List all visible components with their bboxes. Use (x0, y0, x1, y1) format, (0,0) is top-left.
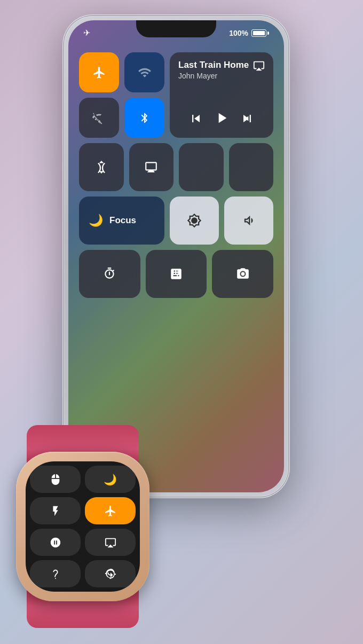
focus-label: Focus (109, 215, 136, 226)
music-top: Last Train Home John Mayer (178, 60, 265, 80)
watch-case: 🌙 (16, 452, 149, 601)
timer-tile[interactable] (79, 250, 140, 298)
empty-tile-2[interactable] (229, 143, 274, 191)
cc-row-2 (79, 143, 273, 191)
brightness-icon (187, 213, 202, 228)
watch-haptics-btn[interactable] (85, 560, 136, 587)
airplay-svg (253, 60, 265, 72)
timer-icon (102, 267, 116, 281)
calculator-tile[interactable] (146, 250, 207, 298)
volume-icon (241, 213, 256, 228)
bluetooth-tile[interactable] (124, 98, 164, 138)
watch-hearing-btn[interactable] (30, 560, 81, 587)
watch-moon-btn[interactable]: 🌙 (85, 466, 136, 493)
watch-control-center: 🌙 (30, 466, 136, 587)
status-left: ✈ (83, 28, 90, 38)
airplane-icon (92, 66, 106, 80)
airplane-mode-tile[interactable] (79, 52, 119, 92)
forward-icon (240, 111, 255, 126)
cellular-icon (138, 66, 152, 80)
battery-percent-label: 100% (229, 29, 248, 37)
water-icon (50, 537, 61, 548)
scene: ✈ 100% (0, 0, 363, 644)
airplay-icon (105, 537, 116, 548)
battery-icon (251, 29, 269, 37)
hearing-icon (50, 568, 61, 580)
iphone-device: ✈ 100% (64, 16, 288, 497)
battery-tip (267, 32, 269, 35)
control-center: Last Train Home John Mayer (79, 52, 273, 471)
wifi-off-icon (92, 111, 106, 125)
camera-icon (236, 267, 250, 281)
camera-tile[interactable] (212, 250, 273, 298)
music-info: Last Train Home John Mayer (178, 60, 249, 80)
cc-row-4 (79, 250, 273, 298)
cc-row-1: Last Train Home John Mayer (79, 52, 273, 138)
rotation-lock-icon (94, 160, 108, 174)
iphone-notch (136, 20, 216, 37)
screen-mirror-tile[interactable] (129, 143, 174, 191)
watch-screen: 🌙 (26, 461, 140, 592)
wifi-tile[interactable] (79, 98, 119, 138)
moon-icon: 🌙 (89, 214, 103, 227)
watch-water-btn[interactable] (30, 529, 81, 556)
music-controls (178, 109, 265, 130)
haptics-icon (104, 568, 117, 580)
music-player-tile[interactable]: Last Train Home John Mayer (170, 52, 273, 138)
battery-body (251, 29, 266, 37)
airplane-icon (104, 505, 117, 517)
music-title: Last Train Home (178, 60, 249, 70)
watch-airplay-btn[interactable] (85, 529, 136, 556)
rewind-button[interactable] (188, 111, 203, 129)
volume-tile[interactable] (224, 197, 273, 245)
bluetooth-icon (139, 112, 151, 124)
watch-flashlight-btn[interactable] (30, 497, 81, 524)
cellular-tile[interactable] (124, 52, 164, 92)
battery-fill (253, 31, 265, 35)
empty-tile-1[interactable] (179, 143, 224, 191)
apple-watch-device: 🌙 (11, 441, 155, 612)
play-icon (213, 109, 230, 127)
focus-tile[interactable]: 🌙 Focus (79, 197, 164, 245)
watch-airplane-btn[interactable] (85, 497, 136, 524)
connectivity-grid (79, 52, 164, 138)
play-button[interactable] (213, 109, 230, 130)
iphone-screen: ✈ 100% (68, 20, 284, 492)
svg-point-1 (55, 578, 56, 579)
walkie-talkie-icon (50, 474, 61, 485)
svg-point-0 (241, 272, 244, 276)
airplay-icon[interactable] (253, 60, 265, 74)
forward-button[interactable] (240, 111, 255, 129)
screen-mirror-icon (144, 160, 158, 174)
music-artist: John Mayer (178, 72, 249, 80)
flashlight-icon (50, 505, 61, 517)
brightness-tile[interactable] (170, 197, 219, 245)
rewind-icon (188, 111, 203, 126)
cc-row-3: 🌙 Focus (79, 197, 273, 245)
moon-icon: 🌙 (104, 473, 117, 486)
status-right: 100% (229, 29, 269, 37)
rotation-lock-tile[interactable] (79, 143, 124, 191)
watch-walkie-talkie-btn[interactable] (30, 466, 81, 493)
status-airplane-icon: ✈ (83, 28, 90, 38)
calculator-icon (169, 267, 183, 281)
